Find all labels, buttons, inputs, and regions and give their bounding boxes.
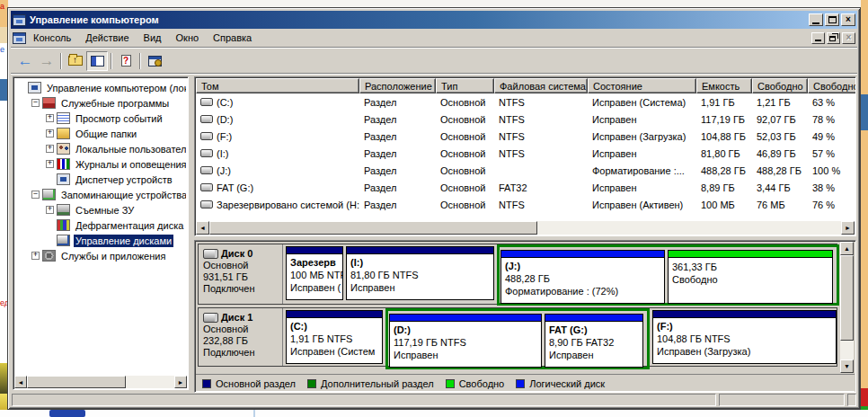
volume-row[interactable]: (C:)РазделОсновнойNTFSИсправен (Система)…: [196, 93, 855, 111]
volume-cell-text: Основной: [440, 200, 485, 210]
partition-(J:)[interactable]: (J:)488,28 ГБФорматирование : (72%): [500, 250, 665, 304]
background-window-right-sliver: [861, 0, 868, 417]
tree-item-label: Служебные программы: [59, 97, 171, 110]
volume-cell: 52,03 ГБ: [752, 128, 808, 145]
show-hide-tree-button[interactable]: [86, 51, 108, 71]
console-settings-button[interactable]: [144, 51, 165, 71]
menu-item-4[interactable]: Справка: [206, 30, 259, 46]
scroll-thumb[interactable]: [840, 255, 854, 341]
menu-item-0[interactable]: Консоль: [26, 30, 78, 46]
volume-cell: 488,28 ГБ: [752, 162, 808, 179]
tree-expander[interactable]: +: [46, 206, 54, 214]
up-folder-icon: ↑: [68, 56, 83, 66]
close-button[interactable]: ×: [841, 13, 855, 26]
column-header-4[interactable]: Состояние: [588, 78, 696, 93]
mdi-restore-button[interactable]: [827, 32, 840, 44]
column-header-6[interactable]: Свободно: [752, 78, 808, 93]
back-button[interactable]: ←: [14, 51, 36, 71]
column-header-2[interactable]: Тип: [436, 78, 494, 93]
disks-vertical-scrollbar[interactable]: ▲ ▼: [840, 242, 855, 373]
title-bar[interactable]: Управление компьютером ×: [11, 11, 857, 29]
partition-(F:)[interactable]: (F:)104,88 ГБ NTFSИсправен (Загрузка): [652, 310, 837, 364]
partition-strip: Зарезерв100 МБ NTFИсправен ((I:)81,80 ГБ…: [283, 244, 841, 304]
menu-bar: КонсольДействиеВидОкноСправка ×: [11, 29, 857, 48]
tree-item[interactable]: +Службы и приложения: [15, 248, 186, 263]
tree-item[interactable]: +Съемные ЗУ: [15, 202, 186, 217]
column-header-3[interactable]: Файловая система: [494, 78, 588, 93]
volume-row[interactable]: Зарезервировано системой (H:)РазделОснов…: [196, 196, 855, 213]
disk-label[interactable]: Диск 1Основной232,88 ГБПодключен: [199, 308, 283, 366]
partition-Зарезерв[interactable]: Зарезерв100 МБ NTFИсправен (: [286, 246, 343, 300]
tree-item[interactable]: Диспетчер устройств: [15, 172, 186, 187]
scroll-thumb[interactable]: [27, 376, 126, 388]
scroll-thumb[interactable]: [209, 221, 537, 235]
menu-item-1[interactable]: Действие: [78, 30, 136, 46]
partition-free-space[interactable]: 361,33 ГБСвободно: [668, 250, 833, 304]
tree-expander[interactable]: −: [31, 99, 40, 107]
volume-cell: 63 %: [808, 93, 856, 111]
scroll-right-button[interactable]: ►: [174, 376, 187, 388]
volume-row[interactable]: (J:)РазделОсновнойФорматирование :...488…: [196, 162, 855, 179]
partition-status: Исправен: [545, 349, 642, 361]
tree-horizontal-scrollbar[interactable]: ◄ ►: [14, 376, 187, 388]
volume-row[interactable]: (D:)РазделОсновнойNTFSИсправен117,19 ГБ9…: [196, 111, 855, 128]
tree-item[interactable]: Управление дисками: [15, 233, 186, 248]
forward-button[interactable]: →: [36, 51, 58, 71]
tree-item[interactable]: +Локальные пользователи и: [15, 141, 186, 156]
disk-row: Диск 1Основной232,88 ГБПодключен(C:)1,91…: [198, 307, 837, 367]
tree-item-label: Дефрагментация диска: [74, 219, 185, 232]
tree-item[interactable]: +Просмотр событий: [15, 111, 186, 126]
minimize-button[interactable]: [809, 13, 823, 26]
tree-expander[interactable]: +: [46, 129, 54, 138]
tree-item-label: Съемные ЗУ: [74, 204, 136, 217]
scroll-right-button[interactable]: ►: [841, 221, 855, 235]
tree-expander[interactable]: +: [46, 145, 54, 153]
volume-cell-text: (C:): [217, 97, 233, 108]
scroll-down-button[interactable]: ▼: [840, 359, 854, 373]
volume-cell-text: 63 %: [812, 97, 835, 108]
maximize-button[interactable]: [825, 13, 839, 26]
scroll-right-icon: ►: [178, 379, 184, 386]
column-header-0[interactable]: Том: [196, 78, 359, 93]
volume-cell: 46,89 ГБ: [752, 145, 808, 162]
mdi-child-icon[interactable]: [13, 32, 26, 44]
tree-expander[interactable]: +: [46, 114, 54, 122]
column-header-7[interactable]: Свободно %: [808, 78, 856, 93]
tree-expander[interactable]: +: [46, 160, 54, 168]
mdi-minimize-button[interactable]: [811, 32, 825, 44]
volume-row[interactable]: (I:)РазделОсновнойNTFSИсправен81,80 ГБ46…: [196, 145, 855, 162]
tree-expander[interactable]: +: [31, 252, 40, 260]
legend-label: Основной раздел: [216, 378, 296, 389]
scroll-up-button[interactable]: ▲: [840, 242, 854, 255]
volume-row[interactable]: (F:)РазделОсновнойNTFSИсправен (Загрузка…: [196, 128, 855, 145]
volume-row[interactable]: FAT (G:)РазделОсновнойFAT32Исправен8,89 …: [196, 179, 855, 196]
tree-item[interactable]: Управление компьютером (локаль: [15, 80, 186, 95]
volume-cell: FAT (G:): [196, 179, 359, 196]
column-header-5[interactable]: Емкость: [696, 78, 752, 93]
partition-(D:)[interactable]: (D:)117,19 ГБ NTFSИсправен: [389, 314, 542, 368]
tree-item[interactable]: −Служебные программы: [15, 95, 186, 111]
partition-FAT (G:)[interactable]: FAT (G:)8,90 ГБ FAT32Исправен: [545, 314, 643, 368]
help-button[interactable]: ?: [115, 51, 137, 71]
scroll-left-button[interactable]: ◄: [14, 376, 27, 388]
partition-size: 1,91 ГБ NTFS: [287, 333, 382, 345]
tree-item[interactable]: +Журналы и оповещения пр: [15, 156, 186, 172]
partition-(C:)[interactable]: (C:)1,91 ГБ NTFSИсправен (Систем: [286, 310, 383, 364]
tree-item[interactable]: +Общие папки: [15, 126, 186, 141]
scroll-left-button[interactable]: ◄: [196, 221, 209, 235]
tree-item[interactable]: Дефрагментация диска: [15, 217, 186, 233]
up-level-button[interactable]: ↑: [65, 51, 86, 71]
disk-label[interactable]: Диск 0Основной931,51 ГБПодключен: [199, 244, 283, 304]
back-icon: ←: [18, 53, 33, 68]
volume-cell-text: 92,07 ГБ: [757, 114, 796, 125]
column-header-1[interactable]: Расположение: [359, 78, 436, 93]
tree-expander[interactable]: −: [31, 191, 40, 199]
tree-item[interactable]: −Запоминающие устройства: [15, 187, 186, 202]
menu-item-2[interactable]: Вид: [137, 30, 169, 46]
partition-(I:)[interactable]: (I:)81,80 ГБ NTFSИсправен: [346, 246, 494, 300]
tree-item-label: Управление дисками: [74, 235, 173, 247]
volume-cell-text: 76 МБ: [757, 200, 785, 210]
list-horizontal-scrollbar[interactable]: ◄ ►: [196, 221, 855, 235]
volume-cell: Раздел: [359, 196, 436, 213]
menu-item-3[interactable]: Окно: [169, 30, 207, 46]
